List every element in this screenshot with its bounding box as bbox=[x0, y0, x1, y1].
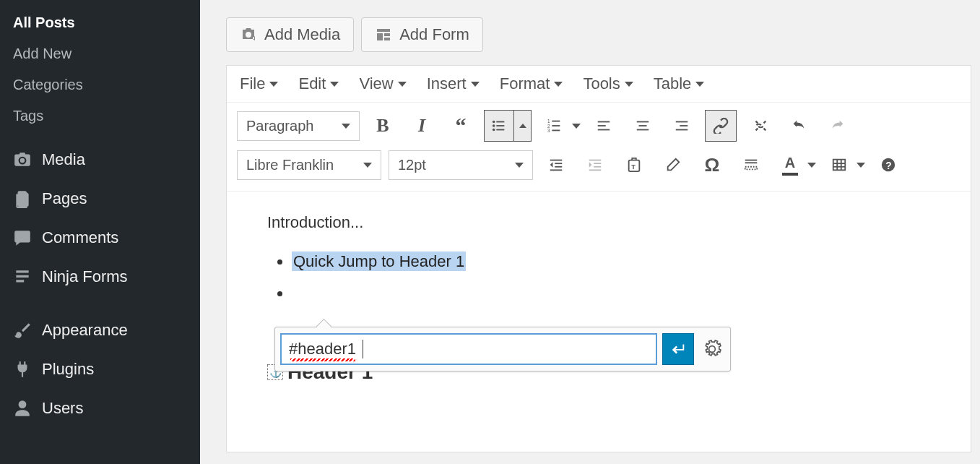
omega-icon: Ω bbox=[705, 154, 720, 176]
align-center-icon bbox=[635, 118, 651, 134]
sidebar-sub-all-posts[interactable]: All Posts bbox=[0, 7, 200, 38]
menu-edit[interactable]: Edit bbox=[298, 74, 339, 93]
svg-rect-10 bbox=[552, 125, 560, 126]
sidebar-item-users[interactable]: Users bbox=[0, 389, 200, 428]
table-insert-button[interactable] bbox=[823, 149, 865, 181]
menu-file[interactable]: File bbox=[240, 74, 278, 93]
color-underline bbox=[782, 173, 798, 176]
menu-format[interactable]: Format bbox=[500, 74, 563, 93]
sidebar-item-comments[interactable]: Comments bbox=[0, 218, 200, 257]
posts-submenu: All Posts Add New Categories Tags bbox=[0, 7, 200, 140]
menu-file-label: File bbox=[240, 74, 265, 93]
svg-rect-25 bbox=[550, 169, 563, 171]
bullet-list-button[interactable] bbox=[484, 110, 532, 142]
editor-content[interactable]: Introduction... Quick Jump to Header 1 ⚓… bbox=[227, 192, 971, 452]
svg-rect-33 bbox=[745, 160, 758, 161]
caret-down-icon bbox=[807, 163, 816, 168]
quote-icon: “ bbox=[456, 113, 467, 138]
clipboard-icon: T bbox=[626, 157, 642, 173]
svg-point-4 bbox=[493, 129, 495, 132]
insert-link-button[interactable] bbox=[705, 110, 737, 142]
sidebar-sub-tags[interactable]: Tags bbox=[0, 100, 200, 132]
apply-link-button[interactable] bbox=[662, 333, 694, 365]
editor-toolbar: Paragraph B I “ 123 bbox=[227, 103, 971, 192]
svg-rect-27 bbox=[589, 160, 602, 161]
help-button[interactable]: ? bbox=[872, 149, 904, 181]
media-buttons-row: Add Media Add Form bbox=[226, 17, 971, 52]
svg-marker-26 bbox=[550, 162, 553, 167]
selected-link-text[interactable]: Quick Jump to Header 1 bbox=[292, 252, 466, 271]
align-right-button[interactable] bbox=[666, 110, 698, 142]
add-media-button[interactable]: Add Media bbox=[226, 17, 354, 52]
link-input-wrap bbox=[281, 334, 656, 364]
caret-down-icon bbox=[515, 163, 524, 168]
redo-button[interactable] bbox=[822, 110, 854, 142]
font-size-select[interactable]: 12pt bbox=[389, 150, 533, 180]
font-size-label: 12pt bbox=[398, 157, 426, 173]
text-color-button[interactable]: A bbox=[774, 149, 816, 181]
menu-table[interactable]: Table bbox=[654, 74, 705, 93]
menu-insert[interactable]: Insert bbox=[427, 74, 480, 93]
list-item[interactable]: Quick Jump to Header 1 bbox=[292, 252, 930, 271]
svg-text:T: T bbox=[631, 163, 636, 171]
sidebar-item-media[interactable]: Media bbox=[0, 140, 200, 179]
intro-text[interactable]: Introduction... bbox=[267, 213, 930, 232]
svg-marker-6 bbox=[519, 124, 526, 128]
undo-button[interactable] bbox=[783, 110, 815, 142]
special-char-button[interactable]: Ω bbox=[696, 149, 728, 181]
svg-text:3: 3 bbox=[547, 128, 550, 133]
clear-format-button[interactable] bbox=[657, 149, 689, 181]
paste-text-button[interactable]: T bbox=[618, 149, 650, 181]
indent-icon bbox=[587, 157, 603, 173]
indent-button[interactable] bbox=[579, 149, 611, 181]
sidebar-sub-add-new[interactable]: Add New bbox=[0, 38, 200, 69]
list-item-empty[interactable] bbox=[292, 284, 930, 303]
svg-rect-34 bbox=[745, 162, 758, 163]
paragraph-select-label: Paragraph bbox=[246, 118, 313, 134]
svg-rect-15 bbox=[598, 129, 610, 131]
svg-rect-24 bbox=[555, 166, 562, 168]
align-center-button[interactable] bbox=[627, 110, 659, 142]
bold-icon: B bbox=[376, 115, 389, 137]
text-a-icon: A bbox=[785, 155, 795, 171]
sidebar-label: Appearance bbox=[42, 321, 128, 340]
read-more-button[interactable] bbox=[735, 149, 767, 181]
bold-button[interactable]: B bbox=[367, 110, 399, 142]
italic-button[interactable]: I bbox=[406, 110, 438, 142]
numbered-list-button[interactable]: 123 bbox=[539, 110, 581, 142]
unlink-icon bbox=[752, 118, 768, 134]
sidebar-item-appearance[interactable]: Appearance bbox=[0, 311, 200, 350]
readmore-icon bbox=[743, 157, 759, 173]
link-settings-button[interactable] bbox=[700, 337, 724, 361]
sidebar-item-ninja-forms[interactable]: Ninja Forms bbox=[0, 257, 200, 296]
svg-rect-36 bbox=[833, 160, 846, 171]
add-form-label: Add Form bbox=[399, 25, 469, 44]
svg-rect-19 bbox=[676, 121, 688, 123]
add-form-button[interactable]: Add Form bbox=[361, 17, 483, 52]
caret-down-icon bbox=[695, 82, 704, 87]
toolbar-row-1: Paragraph B I “ 123 bbox=[237, 110, 961, 142]
jump-list: Quick Jump to Header 1 bbox=[267, 252, 930, 303]
add-media-label: Add Media bbox=[264, 25, 340, 44]
outdent-button[interactable] bbox=[540, 149, 572, 181]
menu-tools[interactable]: Tools bbox=[583, 74, 633, 93]
font-family-label: Libre Franklin bbox=[246, 157, 334, 173]
svg-rect-29 bbox=[594, 166, 601, 168]
outdent-icon bbox=[548, 157, 564, 173]
remove-link-button[interactable] bbox=[744, 110, 776, 142]
italic-icon: I bbox=[418, 115, 425, 137]
sidebar-label: Plugins bbox=[42, 360, 94, 379]
menu-view[interactable]: View bbox=[359, 74, 406, 93]
caret-down-icon bbox=[572, 124, 581, 129]
blockquote-button[interactable]: “ bbox=[445, 110, 477, 142]
redo-icon bbox=[830, 118, 846, 134]
align-right-icon bbox=[674, 118, 690, 134]
enter-arrow-icon bbox=[670, 341, 686, 357]
sidebar-sub-categories[interactable]: Categories bbox=[0, 69, 200, 100]
sidebar-item-pages[interactable]: Pages bbox=[0, 179, 200, 218]
sidebar-item-plugins[interactable]: Plugins bbox=[0, 350, 200, 389]
align-left-button[interactable] bbox=[588, 110, 620, 142]
caret-down-icon bbox=[398, 82, 407, 87]
font-family-select[interactable]: Libre Franklin bbox=[237, 150, 381, 180]
paragraph-select[interactable]: Paragraph bbox=[237, 111, 360, 141]
